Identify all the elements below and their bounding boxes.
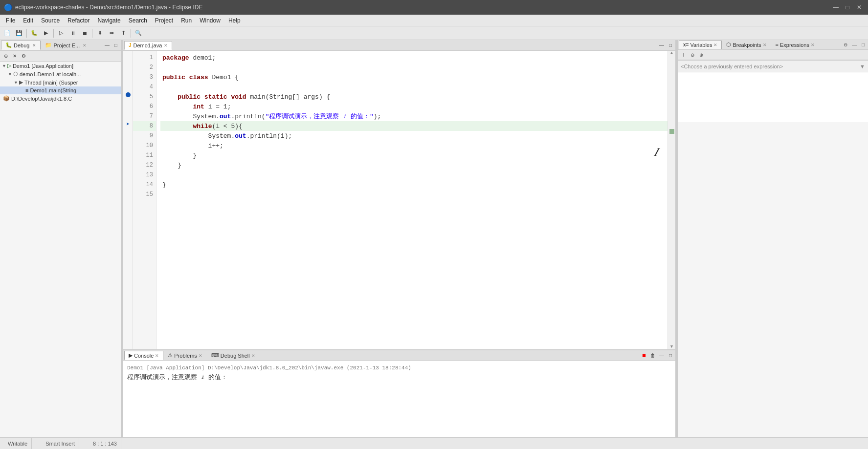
minimize-console-btn[interactable]: — — [658, 352, 666, 360]
left-panel-controls: — □ — [103, 42, 120, 49]
annot-2 — [123, 61, 133, 70]
menu-navigate[interactable]: Navigate — [93, 16, 124, 25]
menu-refactor[interactable]: Refactor — [64, 16, 93, 25]
code-line-6: int i = 1; — [160, 102, 668, 111]
scroll-up-arrow[interactable]: ▲ — [668, 51, 675, 56]
tree-item-frame[interactable]: ≡ Demo1.main(String — [0, 86, 121, 94]
expressions-close[interactable]: ✕ — [811, 43, 815, 47]
annot-15 — [123, 188, 133, 197]
tab-breakpoints[interactable]: ⬡ Breakpoints ✕ — [722, 40, 771, 49]
clear-console-btn[interactable]: 🗑 — [649, 352, 657, 360]
breakpoint-5[interactable] — [126, 92, 131, 97]
expand-vars-btn[interactable]: ⊕ — [697, 51, 705, 59]
debug-shell-close[interactable]: ✕ — [251, 353, 255, 358]
tb-run[interactable]: ▶ — [41, 28, 51, 39]
code-line-10: i++; — [160, 141, 668, 150]
minimize-left-btn[interactable]: — — [103, 42, 111, 49]
editor-area[interactable]: ➤ 1 2 3 4 5 6 7 8 9 10 11 — [123, 51, 675, 349]
tab-console[interactable]: ▶ Console ✕ — [124, 351, 163, 360]
code-line-13 — [160, 170, 668, 180]
tab-variables[interactable]: x= Variables ✕ — [679, 41, 722, 49]
tree-item-jdk[interactable]: 📦 D:\Develop\Java\jdk1.8.C — [0, 94, 121, 103]
menu-search[interactable]: Search — [125, 16, 151, 25]
console-output-line-1: 程序调试演示，注意观察 i 的值： — [127, 373, 671, 383]
ln-14: 14 — [133, 180, 156, 190]
vars-collapse-btn[interactable]: ⊖ — [842, 41, 849, 49]
minimize-editor-btn[interactable]: — — [658, 42, 666, 49]
right-panel-controls: ⊖ — □ — [842, 41, 867, 49]
debug-tab-label: Debug — [14, 43, 29, 48]
expand-arrow-class[interactable]: ▼ — [8, 72, 12, 77]
tb-suspend[interactable]: ⏸ — [67, 28, 78, 39]
ln-1: 1 — [133, 53, 156, 63]
breakpoints-close[interactable]: ✕ — [763, 43, 767, 47]
toolbar-separator-1 — [26, 29, 27, 38]
tree-item-app[interactable]: ▼ ▷ Demo1 [Java Application] — [0, 62, 121, 70]
menu-project[interactable]: Project — [151, 16, 177, 25]
tab-debug[interactable]: 🐛 Debug ✕ — [1, 41, 41, 50]
ln-6: 6 — [133, 102, 156, 111]
editor-tab-label: Demo1.java — [134, 43, 162, 48]
tb-resume[interactable]: ▷ — [56, 28, 67, 39]
tab-problems[interactable]: ⚠ Problems ✕ — [163, 351, 206, 360]
tb-save[interactable]: 💾 — [14, 28, 24, 39]
bottom-panel: ▶ Console ✕ ⚠ Problems ✕ ⌨ Debug Shell ✕… — [123, 349, 675, 437]
menu-file[interactable]: File — [2, 16, 19, 25]
tb-debug[interactable]: 🐛 — [29, 28, 40, 39]
project-close[interactable]: ✕ — [83, 43, 87, 48]
menu-edit[interactable]: Edit — [19, 16, 37, 25]
maximize-console-btn[interactable]: □ — [667, 352, 674, 360]
maximize-right-btn[interactable]: □ — [859, 41, 867, 49]
show-type-btn[interactable]: T — [680, 51, 688, 59]
tree-jdk-label: D:\Develop\Java\jdk1.8.C — [11, 96, 72, 102]
project-icon: 📁 — [45, 42, 52, 48]
tree-class-label: demo1.Demo1 at localh... — [20, 71, 81, 77]
tab-project-explorer[interactable]: 📁 Project E... ✕ — [41, 41, 91, 50]
expression-input[interactable]: <Choose a previously entered expression>… — [678, 61, 868, 72]
console-tabs: ▶ Console ✕ ⚠ Problems ✕ ⌨ Debug Shell ✕… — [123, 350, 675, 361]
tb-stop[interactable]: ⏹ — [79, 28, 90, 39]
close-button[interactable]: ✕ — [854, 2, 864, 12]
problems-tab-close[interactable]: ✕ — [199, 353, 202, 358]
tree-item-class[interactable]: ▼ ⬡ demo1.Demo1 at localh... — [0, 70, 121, 78]
tb-stepinto[interactable]: ⬇ — [94, 28, 105, 39]
annot-3 — [123, 70, 133, 80]
maximize-button[interactable]: □ — [843, 2, 852, 12]
problems-tab-label: Problems — [174, 353, 197, 359]
collapse-all-btn[interactable]: ⊖ — [2, 52, 10, 60]
tb-search[interactable]: 🔍 — [133, 28, 144, 39]
menu-help[interactable]: Help — [224, 16, 245, 25]
minimize-right-btn[interactable]: — — [850, 41, 858, 49]
expand-arrow-app[interactable]: ▼ — [2, 64, 6, 68]
expand-arrow-thread[interactable]: ▼ — [14, 80, 18, 85]
text-cursor: 𝐼 — [654, 146, 658, 159]
properties-btn[interactable]: ⚙ — [20, 52, 27, 60]
console-tab-close[interactable]: ✕ — [155, 353, 159, 358]
maximize-left-btn[interactable]: □ — [112, 42, 120, 49]
tb-stepover[interactable]: ➡ — [106, 28, 117, 39]
tb-stepreturn[interactable]: ⬆ — [118, 28, 129, 39]
annot-11 — [123, 149, 133, 158]
variables-close[interactable]: ✕ — [713, 43, 717, 47]
collapse-vars-btn[interactable]: ⊖ — [689, 51, 696, 59]
maximize-editor-btn[interactable]: □ — [667, 42, 674, 49]
code-editor[interactable]: package demo1; public class Demo1 { publ… — [156, 51, 668, 349]
tree-item-thread[interactable]: ▼ ▶ Thread [main] (Susper — [0, 78, 121, 86]
disconnect-btn[interactable]: ✕ — [11, 52, 19, 60]
minimize-button[interactable]: — — [831, 2, 841, 12]
scroll-down-arrow[interactable]: ▼ — [668, 344, 675, 349]
editor-tab-demo1[interactable]: J Demo1.java ✕ — [124, 41, 172, 50]
menu-window[interactable]: Window — [196, 16, 224, 25]
terminate-btn[interactable]: ⏹ — [640, 352, 648, 360]
tab-expressions[interactable]: = Expressions ✕ — [771, 41, 819, 49]
editor-tab-close[interactable]: ✕ — [164, 43, 168, 48]
thread-icon: ▶ — [19, 79, 23, 86]
expression-dropdown-arrow[interactable]: ▼ — [860, 64, 865, 69]
expressions-tab-label: Expressions — [780, 42, 809, 48]
expressions-content — [678, 72, 868, 122]
tab-debug-shell[interactable]: ⌨ Debug Shell ✕ — [207, 351, 260, 360]
menu-source[interactable]: Source — [37, 16, 64, 25]
debug-close[interactable]: ✕ — [32, 43, 36, 48]
menu-run[interactable]: Run — [177, 16, 196, 25]
tb-new[interactable]: 📄 — [2, 28, 13, 39]
